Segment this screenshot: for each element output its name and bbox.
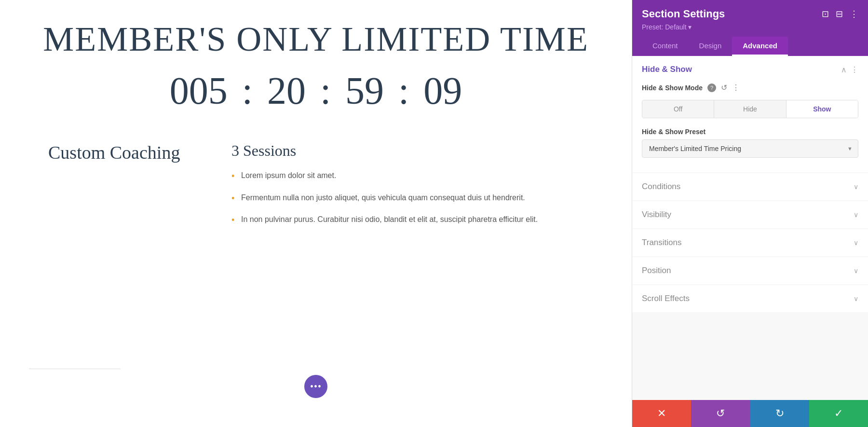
timer-days: 005 <box>170 69 228 113</box>
transitions-section[interactable]: Transitions ∨ <box>632 229 868 256</box>
canvas-area: MEMBER'S ONLY LIMITED TIME 005 : 20 : 59… <box>0 0 632 427</box>
panel-preset[interactable]: Preset: Default ▾ <box>642 23 858 31</box>
hide-show-title: Hide & Show <box>642 65 692 74</box>
save-icon: ✓ <box>834 407 843 420</box>
floating-action-button[interactable]: ••• <box>304 375 327 398</box>
list-item: In non pulvinar purus. Curabitur nisi od… <box>231 213 583 226</box>
conditions-chevron-icon: ∨ <box>854 183 858 191</box>
timer-minutes: 59 <box>345 69 384 113</box>
position-title: Position <box>642 266 671 275</box>
mode-row: Hide & Show Mode ? ↺ ⋮ <box>642 83 858 92</box>
redo-icon: ↻ <box>775 407 784 420</box>
undo-button[interactable]: ↺ <box>691 400 750 427</box>
divider-line <box>29 369 121 369</box>
mode-hide-button[interactable]: Hide <box>714 100 786 118</box>
transitions-chevron-icon: ∨ <box>854 239 858 247</box>
visibility-header: Visibility ∨ <box>632 201 868 228</box>
hide-show-section: Hide & Show ∧ ⋮ Hide & Show Mode ? ↺ ⋮ O… <box>632 56 868 172</box>
preset-select[interactable]: Member's Limited Time Pricing <box>642 139 858 158</box>
floating-btn-label: ••• <box>310 381 322 392</box>
scroll-effects-section[interactable]: Scroll Effects ∨ <box>632 285 868 312</box>
transitions-header: Transitions ∨ <box>632 229 868 256</box>
sessions-list: Lorem ipsum dolor sit amet. Fermentum nu… <box>231 169 583 226</box>
undo-icon: ↺ <box>716 407 725 420</box>
mode-off-button[interactable]: Off <box>642 100 714 118</box>
position-chevron-icon: ∨ <box>854 267 858 275</box>
conditions-header: Conditions ∨ <box>632 173 868 200</box>
hide-show-header[interactable]: Hide & Show ∧ ⋮ <box>632 56 868 83</box>
mode-help-icon[interactable]: ? <box>707 83 716 92</box>
panel-header: Section Settings ⊡ ⊟ ⋮ Preset: Default ▾… <box>632 0 868 56</box>
mode-show-button[interactable]: Show <box>787 100 858 118</box>
cancel-icon: ✕ <box>657 407 666 420</box>
hide-show-body: Hide & Show Mode ? ↺ ⋮ Off Hide Show Hid… <box>632 83 868 172</box>
transitions-title: Transitions <box>642 238 682 248</box>
position-header: Position ∨ <box>632 257 868 284</box>
list-item: Lorem ipsum dolor sit amet. <box>231 169 583 182</box>
resize-icon[interactable]: ⊡ <box>822 9 829 19</box>
preset-row: Hide & Show Preset Member's Limited Time… <box>642 128 858 158</box>
timer-seconds: 09 <box>423 69 462 113</box>
scroll-effects-chevron-icon: ∨ <box>854 295 858 303</box>
scroll-effects-title: Scroll Effects <box>642 294 690 303</box>
tab-design[interactable]: Design <box>689 37 732 56</box>
hide-show-header-icons: ∧ ⋮ <box>841 65 858 74</box>
timer-sep-2: : <box>320 69 331 113</box>
settings-panel: Section Settings ⊡ ⊟ ⋮ Preset: Default ▾… <box>632 0 868 427</box>
conditions-title: Conditions <box>642 182 680 192</box>
tab-advanced[interactable]: Advanced <box>732 37 788 56</box>
mode-buttons: Off Hide Show <box>642 100 858 118</box>
timer-sep-3: : <box>398 69 409 113</box>
visibility-chevron-icon: ∨ <box>854 211 858 219</box>
mode-undo-icon[interactable]: ↺ <box>721 83 727 92</box>
position-section[interactable]: Position ∨ <box>632 257 868 284</box>
list-item: Fermentum nulla non justo aliquet, quis … <box>231 192 583 204</box>
cancel-button[interactable]: ✕ <box>632 400 691 427</box>
panel-header-icons: ⊡ ⊟ ⋮ <box>822 9 858 19</box>
hide-show-more-icon[interactable]: ⋮ <box>851 65 858 74</box>
timer-row: 005 : 20 : 59 : 09 <box>170 69 462 113</box>
redo-button[interactable]: ↻ <box>750 400 809 427</box>
save-button[interactable]: ✓ <box>809 400 868 427</box>
split-icon[interactable]: ⊟ <box>836 9 843 19</box>
more-options-icon[interactable]: ⋮ <box>850 9 858 19</box>
coaching-title: Custom Coaching <box>48 142 203 163</box>
panel-header-top: Section Settings ⊡ ⊟ ⋮ <box>642 8 858 20</box>
panel-body: Hide & Show ∧ ⋮ Hide & Show Mode ? ↺ ⋮ O… <box>632 56 868 400</box>
panel-tabs: Content Design Advanced <box>642 37 858 56</box>
visibility-title: Visibility <box>642 210 671 220</box>
hide-show-collapse-icon[interactable]: ∧ <box>841 65 847 74</box>
main-heading: MEMBER'S ONLY LIMITED TIME <box>43 19 589 59</box>
sessions-title: 3 Sessions <box>231 142 583 160</box>
timer-sep-1: : <box>242 69 253 113</box>
panel-footer: ✕ ↺ ↻ ✓ <box>632 400 868 427</box>
panel-title: Section Settings <box>642 8 725 20</box>
scroll-effects-header: Scroll Effects ∨ <box>632 285 868 312</box>
content-section: Custom Coaching 3 Sessions Lorem ipsum d… <box>29 142 603 235</box>
preset-label: Hide & Show Preset <box>642 128 858 136</box>
conditions-section[interactable]: Conditions ∨ <box>632 173 868 200</box>
mode-more-icon[interactable]: ⋮ <box>732 83 740 92</box>
sessions-content: 3 Sessions Lorem ipsum dolor sit amet. F… <box>231 142 583 235</box>
tab-content[interactable]: Content <box>642 37 689 56</box>
preset-select-wrapper: Member's Limited Time Pricing <box>642 139 858 158</box>
visibility-section[interactable]: Visibility ∨ <box>632 201 868 228</box>
timer-hours: 20 <box>267 69 306 113</box>
mode-label: Hide & Show Mode <box>642 84 703 92</box>
